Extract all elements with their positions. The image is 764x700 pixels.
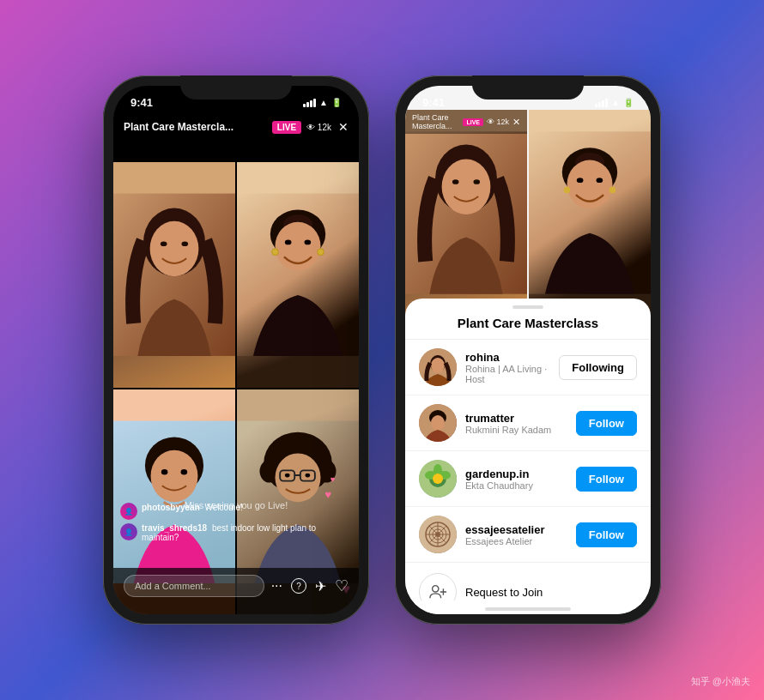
status-icons-1: ▲ 🔋 [303,98,342,107]
home-indicator-2 [485,607,571,611]
live-header-1: Plant Care Mastercla... LIVE 👁 12k ✕ [113,117,359,137]
participant-info-gardenup: gardenup.in Ekta Chaudhary [465,468,576,491]
video-cell-1 [113,162,235,388]
more-icon[interactable]: ··· [271,578,282,594]
screen-1: 9:41 ▲ 🔋 Plant Care Mastercla... LIVE 👁 [113,86,359,614]
video-grid-1: ♥ ♥ [113,162,359,614]
svg-point-42 [597,178,603,183]
svg-point-28 [285,473,290,477]
watermark: 知乎 @小渔夫 [691,675,750,688]
svg-point-10 [305,240,312,245]
participant-name-gardenup: gardenup.in [465,468,576,480]
bottom-bar-1: Add a Comment... ··· ? ✈ ♡ [113,568,359,614]
participant-row-trumatter: trumatter Rukmini Ray Kadam Follow [405,395,651,451]
svg-text:♥: ♥ [330,474,336,483]
video-half-2: Plant Care Mastercla... LIVE 👁 12k ✕ [405,110,651,316]
participant-sub-trumatter: Rukmini Ray Kadam [465,425,576,435]
follow-button-gardenup[interactable]: Follow [576,467,637,492]
participants-list: rohina Rohina | AA Living · Host Followi… [405,340,651,600]
comment-username-2: travis_shreds18 [142,523,207,533]
time-2: 9:41 [422,96,445,109]
comments-overlay: 👤 photosbyyean Welcome! 👤 travis_shreds1… [120,503,352,546]
signal-icon-2 [595,99,608,107]
svg-text:♥: ♥ [324,487,331,500]
svg-point-4 [182,241,189,246]
follow-button-trumatter[interactable]: Follow [576,411,637,436]
svg-point-2 [150,221,199,276]
comment-username-1: photosbyyean [142,503,200,512]
participant-info-trumatter: trumatter Rukmini Ray Kadam [465,412,576,435]
comment-content-1: photosbyyean Welcome! [142,503,243,512]
bottom-icons: ··· ? ✈ ♡ [271,576,349,595]
svg-point-44 [609,187,616,194]
participant-row-rohina: rohina Rohina | AA Living · Host Followi… [405,340,651,395]
comment-item-2: 👤 travis_shreds18 best indoor low light … [120,523,352,542]
heart-icon[interactable]: ♡ [335,576,349,595]
svg-point-11 [272,249,279,256]
request-join-label: Request to Join [465,586,543,599]
panel-sheet: Plant Care Masterclass [405,299,651,614]
participant-avatar-trumatter [419,404,457,442]
live-badge-1: LIVE [272,121,301,134]
participant-avatar-essajees [419,516,457,553]
video-half-cell-1: Plant Care Mastercla... LIVE 👁 12k ✕ [405,110,527,316]
notch-2 [472,75,584,100]
video-cell-2 [237,162,359,388]
wifi-icon-2: ▲ [611,98,620,107]
participant-sub-gardenup: Ekta Chaudhary [465,480,576,491]
battery-icon: 🔋 [331,98,342,107]
participant-name-rohina: rohina [465,351,559,364]
time-1: 9:41 [130,96,153,109]
video-half-cell-2 [529,110,651,316]
participant-sub-rohina: Rohina | AA Living · Host [465,364,559,384]
svg-point-34 [442,160,491,214]
comment-input[interactable]: Add a Comment... [124,575,264,597]
svg-point-66 [433,586,439,592]
participant-avatar-gardenup [419,460,457,498]
send-icon[interactable]: ✈ [315,578,326,594]
question-icon: ? [291,578,306,594]
svg-point-47 [431,358,445,373]
participant-avatar-rohina [419,348,457,386]
participant-info-essajees: essajeesatelier Essajees Atelier [465,523,576,546]
request-row[interactable]: Request to Join [405,563,651,600]
person-svg-1 [113,162,235,388]
svg-point-29 [306,473,311,477]
participant-sub-essajees: Essajees Atelier [465,536,576,546]
svg-point-17 [181,468,188,474]
follow-button-essajees[interactable]: Follow [576,522,637,547]
svg-point-35 [452,179,459,184]
participant-info-rohina: rohina Rohina | AA Living · Host [465,351,559,384]
live-title-2: Plant Care Mastercla... [412,113,463,130]
comment-avatar-1: 👤 [120,503,137,520]
svg-point-15 [151,450,198,502]
svg-point-56 [433,474,443,484]
comment-content-2: travis_shreds18 best indoor low light pl… [142,523,352,542]
svg-point-16 [161,468,168,474]
close-button-1[interactable]: ✕ [338,120,349,134]
close-button-2[interactable]: ✕ [512,117,520,128]
person-svg-2 [237,162,359,388]
participant-name-trumatter: trumatter [465,412,576,425]
panel-handle [512,305,543,309]
wifi-icon: ▲ [319,98,328,107]
svg-point-9 [285,240,292,245]
svg-point-36 [474,179,481,184]
comment-text-1: Welcome! [205,503,243,512]
participant-name-essajees: essajeesatelier [465,523,576,536]
comment-item-1: 👤 photosbyyean Welcome! [120,503,352,520]
svg-point-24 [275,453,320,502]
svg-point-43 [564,187,571,194]
screen-2: 9:41 ▲ 🔋 [405,86,651,614]
svg-point-12 [318,249,324,256]
svg-point-41 [577,178,584,183]
signal-icon [303,99,316,107]
phone-1: 9:41 ▲ 🔋 Plant Care Mastercla... LIVE 👁 [103,75,369,625]
status-icons-2: ▲ 🔋 [595,98,634,107]
phones-container: 9:41 ▲ 🔋 Plant Care Mastercla... LIVE 👁 [103,75,661,625]
following-button-rohina[interactable]: Following [559,355,637,380]
svg-point-50 [431,415,445,431]
participant-row-gardenup: gardenup.in Ekta Chaudhary Follow [405,451,651,507]
phone-2: 9:41 ▲ 🔋 [395,75,661,625]
request-join-icon [419,573,457,600]
